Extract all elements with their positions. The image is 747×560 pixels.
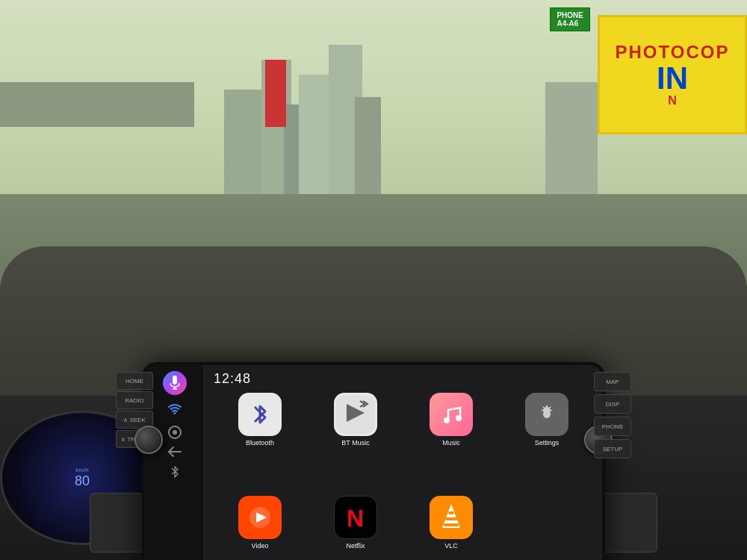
back-arrow-icon[interactable] [167,446,182,461]
bluetooth-label: Bluetooth [246,439,274,447]
screen-main: 12:48 Bluetooth [205,365,602,560]
bt-music-app[interactable]: BT Music [309,393,402,490]
svg-point-5 [173,430,177,435]
time-display: 12:48 [214,371,251,387]
video-label: Video [252,542,269,550]
bridge [0,82,194,127]
bt-music-label: BT Music [341,439,369,447]
infotainment-screen: 12:48 Bluetooth [142,362,605,560]
number-sign: PHONE A4-A6 [550,7,590,31]
map-button[interactable]: MAP [594,372,631,391]
radio-button[interactable]: RADIO [116,391,153,409]
bluetooth-icon [238,393,282,436]
svg-point-3 [173,412,176,414]
phone-button[interactable]: PHONE [594,417,631,436]
svg-rect-0 [173,376,177,385]
bluetooth-app[interactable]: Bluetooth [214,393,306,490]
settings-label: Settings [535,439,560,447]
siri-icon[interactable] [163,371,187,395]
settings-icon [525,393,568,436]
dashboard: km/h 80 HOME RADIO ∧ SEEK ∨ TRACK MAP DI… [0,246,747,560]
vlc-app[interactable]: VLC [405,496,498,561]
settings-app[interactable]: Settings [500,393,593,490]
photocopy-sign: PHOTOCOP IN N [598,15,747,134]
netflix-app[interactable]: N Netflix [309,496,402,561]
svg-rect-20 [448,511,454,514]
carplay-screen: 12:48 Bluetooth [145,365,602,560]
left-knob[interactable] [134,426,163,454]
wifi-status-icon [166,401,184,419]
svg-rect-18 [444,523,459,526]
target-icon[interactable] [167,425,182,443]
vlc-icon [430,496,473,539]
home-button[interactable]: HOME [116,372,153,390]
svg-point-8 [444,417,450,423]
right-controls: MAP DISP PHONE SETUP [594,372,631,458]
svg-rect-19 [445,517,457,520]
netflix-icon: N [334,496,377,539]
svg-point-9 [456,415,462,421]
video-app[interactable]: Video [214,496,306,561]
bluetooth-status-icon [170,465,180,482]
video-icon [238,496,282,539]
music-icon [430,393,473,436]
svg-text:N: N [347,505,364,532]
time-bar: 12:48 [214,371,593,387]
disp-button[interactable]: DISP [594,394,631,414]
netflix-label: Netflix [346,542,365,550]
music-label: Music [442,439,460,447]
music-app[interactable]: Music [405,393,498,490]
street-sign [265,60,286,127]
setup-button[interactable]: SETUP [594,439,631,458]
carplay-sidebar [145,365,205,560]
btmusic-icon [334,393,377,436]
vlc-label: VLC [444,542,458,550]
screen-bezel: 12:48 Bluetooth [145,365,602,560]
apps-grid: Bluetooth [214,393,593,560]
